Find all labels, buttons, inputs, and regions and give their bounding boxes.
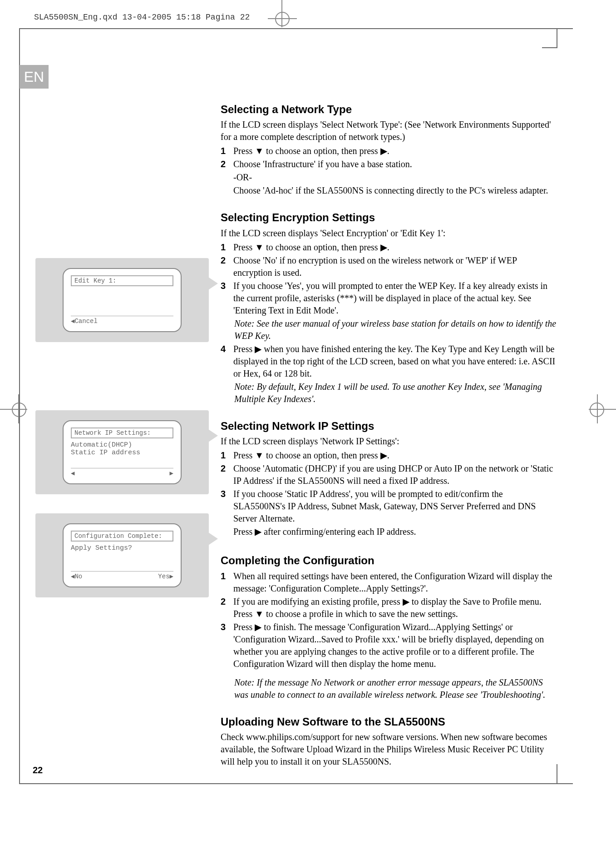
step-text: If you choose 'Yes', you will prompted t… bbox=[233, 280, 557, 317]
step-tail: Press ▶ after confirming/entering each I… bbox=[233, 526, 557, 538]
page-frame-corner bbox=[557, 28, 557, 48]
lcd-title: Network IP Settings: bbox=[71, 427, 173, 438]
step-text: Press ▼ to choose an option, then press … bbox=[233, 241, 557, 254]
step-text: Press ▶ to finish. The message 'Configur… bbox=[233, 621, 557, 670]
step-text: Choose 'Infrastructure' if you have a ba… bbox=[233, 158, 557, 170]
lcd-option: Automatic(DHCP) bbox=[71, 441, 173, 449]
step-number: 4 bbox=[221, 343, 233, 380]
step-number: 2 bbox=[221, 462, 233, 487]
body-text: Check www.philips.com/support for new so… bbox=[221, 731, 557, 768]
page-frame-corner bbox=[557, 764, 557, 784]
step-text: When all required settings have been ent… bbox=[233, 570, 557, 595]
note-text: Note: See the user manual of your wirele… bbox=[234, 318, 557, 342]
step-number: 3 bbox=[221, 488, 233, 525]
note-text: Note: If the message No Network or anoth… bbox=[234, 676, 557, 701]
intro-text: If the LCD screen displays 'Select Encry… bbox=[221, 227, 557, 239]
intro-text: If the LCD screen displays 'Network IP S… bbox=[221, 435, 557, 447]
lcd-nav-right: ▶ bbox=[170, 469, 173, 477]
step-number: 1 bbox=[221, 570, 233, 595]
or-text: Choose 'Ad-hoc' if the SLA5500NS is conn… bbox=[233, 184, 557, 197]
lcd-illustration-config-complete: Configuration Complete: Apply Settings? … bbox=[35, 513, 209, 597]
step-text: If you choose 'Static IP Address', you w… bbox=[233, 488, 557, 525]
registration-mark bbox=[590, 403, 604, 417]
registration-mark bbox=[275, 12, 290, 26]
callout-tail bbox=[207, 276, 218, 291]
heading-ip-settings: Selecting Network IP Settings bbox=[221, 419, 557, 433]
step-number: 3 bbox=[221, 621, 233, 670]
heading-uploading: Uploading New Software to the SLA5500NS bbox=[221, 715, 557, 729]
heading-encryption: Selecting Encryption Settings bbox=[221, 210, 557, 225]
lcd-yes-label: Yes▶ bbox=[158, 572, 173, 580]
step-number: 2 bbox=[221, 596, 233, 620]
lcd-illustration-edit-key: Edit Key 1: ◀Cancel bbox=[35, 258, 209, 342]
lcd-title: Edit Key 1: bbox=[71, 275, 173, 286]
lcd-nav-left: ◀ bbox=[71, 469, 74, 477]
step-number: 1 bbox=[221, 145, 233, 157]
step-number: 2 bbox=[221, 254, 233, 279]
lcd-no-label: ◀No bbox=[71, 572, 82, 580]
lcd-option: Static IP address bbox=[71, 449, 173, 457]
main-text-column: Selecting a Network Type If the LCD scre… bbox=[221, 102, 557, 770]
language-tab: EN bbox=[20, 65, 49, 89]
callout-tail bbox=[207, 532, 218, 546]
print-header: SLA5500SN_Eng.qxd 13-04-2005 15:18 Pagin… bbox=[34, 13, 250, 22]
lcd-prompt: Apply Settings? bbox=[71, 544, 173, 552]
heading-network-type: Selecting a Network Type bbox=[221, 102, 557, 117]
lcd-title: Configuration Complete: bbox=[71, 531, 173, 542]
intro-text: If the LCD screen displays 'Select Netwo… bbox=[221, 119, 557, 143]
note-text: Note: By default, Key Index 1 will be us… bbox=[234, 381, 557, 405]
page-number: 22 bbox=[33, 765, 43, 775]
step-text: Press ▼ to choose an option, then press … bbox=[233, 449, 557, 462]
step-number: 2 bbox=[221, 158, 233, 170]
callout-tail bbox=[207, 428, 218, 443]
step-text: Press ▶ when you have finished entering … bbox=[233, 343, 557, 380]
step-text: Press ▼ to choose an option, then press … bbox=[233, 145, 557, 157]
step-number: 3 bbox=[221, 280, 233, 317]
step-text: Choose 'Automatic (DHCP)' if you are usi… bbox=[233, 462, 557, 487]
step-text: If you are modifying an existing profile… bbox=[233, 596, 557, 620]
page-frame-corner bbox=[542, 47, 557, 48]
step-text: Choose 'No' if no encryption is used on … bbox=[233, 254, 557, 279]
heading-completing: Completing the Configuration bbox=[221, 553, 557, 568]
lcd-illustration-ip-settings: Network IP Settings: Automatic(DHCP) Sta… bbox=[35, 410, 209, 494]
lcd-cancel-label: ◀Cancel bbox=[71, 317, 98, 325]
step-number: 1 bbox=[221, 241, 233, 254]
or-label: -OR- bbox=[233, 171, 557, 184]
step-number: 1 bbox=[221, 449, 233, 462]
